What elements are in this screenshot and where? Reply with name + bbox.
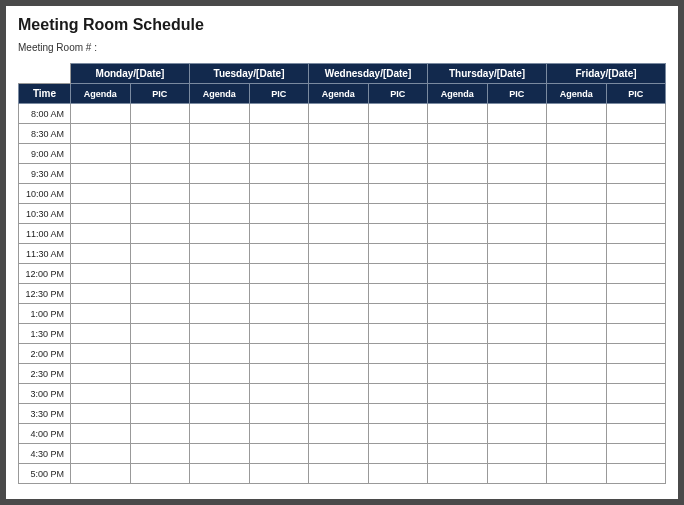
data-cell[interactable]	[487, 344, 547, 364]
data-cell[interactable]	[309, 264, 369, 284]
data-cell[interactable]	[547, 264, 607, 284]
data-cell[interactable]	[249, 164, 309, 184]
data-cell[interactable]	[130, 184, 190, 204]
data-cell[interactable]	[368, 244, 428, 264]
data-cell[interactable]	[428, 464, 488, 484]
data-cell[interactable]	[309, 424, 369, 444]
data-cell[interactable]	[71, 244, 131, 264]
data-cell[interactable]	[547, 344, 607, 364]
data-cell[interactable]	[547, 244, 607, 264]
data-cell[interactable]	[130, 144, 190, 164]
data-cell[interactable]	[428, 324, 488, 344]
data-cell[interactable]	[487, 424, 547, 444]
data-cell[interactable]	[249, 324, 309, 344]
data-cell[interactable]	[606, 124, 666, 144]
data-cell[interactable]	[190, 224, 250, 244]
data-cell[interactable]	[71, 344, 131, 364]
data-cell[interactable]	[606, 244, 666, 264]
data-cell[interactable]	[190, 304, 250, 324]
data-cell[interactable]	[71, 184, 131, 204]
data-cell[interactable]	[190, 364, 250, 384]
data-cell[interactable]	[428, 104, 488, 124]
data-cell[interactable]	[309, 244, 369, 264]
data-cell[interactable]	[130, 244, 190, 264]
data-cell[interactable]	[428, 404, 488, 424]
data-cell[interactable]	[71, 404, 131, 424]
data-cell[interactable]	[487, 404, 547, 424]
data-cell[interactable]	[487, 104, 547, 124]
data-cell[interactable]	[309, 284, 369, 304]
data-cell[interactable]	[71, 204, 131, 224]
data-cell[interactable]	[428, 244, 488, 264]
data-cell[interactable]	[130, 164, 190, 184]
data-cell[interactable]	[309, 304, 369, 324]
data-cell[interactable]	[130, 424, 190, 444]
data-cell[interactable]	[309, 384, 369, 404]
data-cell[interactable]	[309, 344, 369, 364]
data-cell[interactable]	[130, 204, 190, 224]
data-cell[interactable]	[606, 264, 666, 284]
data-cell[interactable]	[309, 164, 369, 184]
data-cell[interactable]	[487, 144, 547, 164]
data-cell[interactable]	[190, 444, 250, 464]
data-cell[interactable]	[547, 384, 607, 404]
data-cell[interactable]	[487, 324, 547, 344]
data-cell[interactable]	[309, 364, 369, 384]
data-cell[interactable]	[487, 224, 547, 244]
data-cell[interactable]	[606, 384, 666, 404]
data-cell[interactable]	[309, 444, 369, 464]
data-cell[interactable]	[428, 184, 488, 204]
data-cell[interactable]	[368, 324, 428, 344]
data-cell[interactable]	[190, 384, 250, 404]
data-cell[interactable]	[428, 224, 488, 244]
data-cell[interactable]	[190, 124, 250, 144]
data-cell[interactable]	[368, 184, 428, 204]
data-cell[interactable]	[547, 444, 607, 464]
data-cell[interactable]	[368, 344, 428, 364]
data-cell[interactable]	[487, 204, 547, 224]
data-cell[interactable]	[130, 404, 190, 424]
data-cell[interactable]	[130, 384, 190, 404]
data-cell[interactable]	[71, 424, 131, 444]
data-cell[interactable]	[71, 364, 131, 384]
data-cell[interactable]	[249, 444, 309, 464]
data-cell[interactable]	[487, 444, 547, 464]
data-cell[interactable]	[249, 204, 309, 224]
data-cell[interactable]	[130, 464, 190, 484]
data-cell[interactable]	[71, 124, 131, 144]
data-cell[interactable]	[606, 424, 666, 444]
data-cell[interactable]	[606, 104, 666, 124]
data-cell[interactable]	[606, 284, 666, 304]
data-cell[interactable]	[606, 224, 666, 244]
data-cell[interactable]	[249, 464, 309, 484]
data-cell[interactable]	[428, 364, 488, 384]
data-cell[interactable]	[547, 364, 607, 384]
data-cell[interactable]	[71, 464, 131, 484]
data-cell[interactable]	[249, 264, 309, 284]
data-cell[interactable]	[606, 344, 666, 364]
data-cell[interactable]	[428, 204, 488, 224]
data-cell[interactable]	[249, 284, 309, 304]
data-cell[interactable]	[249, 304, 309, 324]
data-cell[interactable]	[547, 144, 607, 164]
data-cell[interactable]	[368, 304, 428, 324]
data-cell[interactable]	[190, 244, 250, 264]
data-cell[interactable]	[249, 144, 309, 164]
data-cell[interactable]	[71, 104, 131, 124]
data-cell[interactable]	[487, 284, 547, 304]
data-cell[interactable]	[547, 304, 607, 324]
data-cell[interactable]	[487, 364, 547, 384]
data-cell[interactable]	[190, 184, 250, 204]
data-cell[interactable]	[606, 404, 666, 424]
data-cell[interactable]	[547, 404, 607, 424]
data-cell[interactable]	[368, 124, 428, 144]
data-cell[interactable]	[309, 104, 369, 124]
data-cell[interactable]	[130, 304, 190, 324]
data-cell[interactable]	[130, 284, 190, 304]
data-cell[interactable]	[309, 464, 369, 484]
data-cell[interactable]	[487, 184, 547, 204]
data-cell[interactable]	[249, 384, 309, 404]
data-cell[interactable]	[428, 444, 488, 464]
data-cell[interactable]	[71, 384, 131, 404]
data-cell[interactable]	[606, 184, 666, 204]
